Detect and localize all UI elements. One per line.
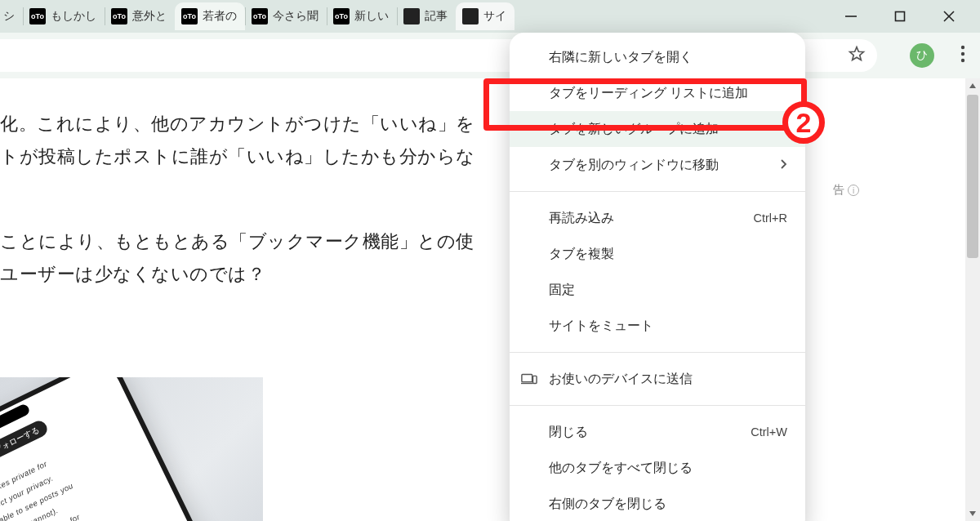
ctx-separator	[510, 405, 805, 406]
ctx-label: 右側のタブを閉じる	[549, 496, 666, 513]
profile-avatar[interactable]: ひ	[910, 43, 934, 68]
tab-strip: シ oTo もしかし oTo 意外と oTo 若者の oTo 今さら聞 oTo …	[0, 0, 980, 33]
minimize-button[interactable]	[843, 8, 859, 24]
svg-marker-4	[850, 47, 864, 60]
article-text: 化。これにより、他のアカウントがつけた「いいね」を	[0, 108, 475, 140]
ctx-label: お使いのデバイスに送信	[549, 371, 693, 388]
scrollbar-down-icon[interactable]	[965, 506, 980, 521]
browser-tab[interactable]: oTo 若者の	[175, 2, 245, 30]
favicon-icon	[403, 8, 420, 24]
ctx-label: タブを複製	[549, 246, 614, 263]
browser-tab[interactable]: シ	[0, 2, 23, 30]
tab-title: もしかし	[51, 9, 96, 24]
ctx-label: サイトをミュート	[549, 318, 653, 335]
browser-menu-icon[interactable]	[960, 45, 965, 66]
ctx-separator	[510, 352, 805, 353]
window-controls	[823, 8, 980, 24]
ctx-shortcut: Ctrl+W	[751, 425, 787, 439]
article-text: ユーザーは少なくないのでは？	[0, 258, 474, 291]
tab-title: 若者の	[203, 9, 237, 24]
browser-tab[interactable]: 記事	[397, 2, 456, 30]
ctx-shortcut: Ctrl+R	[754, 212, 788, 225]
scrollbar-thumb[interactable]	[967, 95, 978, 258]
maximize-button[interactable]	[892, 8, 908, 24]
ctx-label: 他のタブをすべて閉じる	[549, 460, 693, 477]
browser-tab[interactable]: oTo 意外と	[105, 2, 175, 30]
browser-tab[interactable]: oTo 新しい	[327, 2, 397, 30]
svg-point-6	[961, 52, 964, 56]
bookmark-star-icon[interactable]	[848, 45, 866, 66]
ctx-duplicate[interactable]: タブを複製	[510, 236, 805, 272]
chevron-right-icon	[781, 159, 787, 171]
browser-tab[interactable]: サイ	[456, 2, 514, 30]
ctx-send-to-devices[interactable]: お使いのデバイスに送信	[510, 361, 805, 397]
vertical-scrollbar[interactable]	[965, 78, 980, 521]
svg-rect-10	[522, 375, 532, 382]
ctx-close-others[interactable]: 他のタブをすべて閉じる	[510, 450, 805, 486]
tab-title: 新しい	[354, 9, 389, 24]
svg-point-7	[961, 59, 964, 62]
ctx-label: タブを新しいグループに追加	[549, 121, 719, 138]
ctx-label: タブを別のウィンドウに移動	[549, 157, 719, 174]
ctx-add-to-new-group[interactable]: タブを新しいグループに追加	[510, 111, 805, 147]
ctx-label: 再読み込み	[549, 210, 614, 227]
svg-marker-8	[969, 83, 976, 88]
tab-title: 意外と	[132, 9, 167, 24]
ctx-reload[interactable]: 再読み込み Ctrl+R	[510, 200, 805, 236]
article-image: フォローする ng ✎ X we're making Likes private…	[0, 377, 263, 521]
ctx-label: 固定	[549, 282, 575, 299]
tab-context-menu: 右隣に新しいタブを開く タブをリーディング リストに追加 タブを新しいグループに…	[510, 33, 805, 521]
ctx-close[interactable]: 閉じる Ctrl+W	[510, 414, 805, 450]
favicon-icon: oTo	[111, 8, 127, 24]
tab-title: サイ	[483, 9, 506, 24]
scrollbar-up-icon[interactable]	[965, 78, 980, 93]
ctx-pin[interactable]: 固定	[510, 272, 805, 308]
address-bar-area: ひ	[0, 33, 980, 78]
ctx-open-tab-right[interactable]: 右隣に新しいタブを開く	[510, 39, 805, 75]
article-text: ことにより、もともとある「ブックマーク機能」との使	[0, 225, 474, 258]
favicon-icon	[462, 8, 479, 24]
ctx-add-reading-list[interactable]: タブをリーディング リストに追加	[510, 75, 805, 111]
ctx-label: 閉じる	[549, 424, 588, 441]
favicon-icon: oTo	[181, 8, 198, 24]
tab-title: 今さら聞	[273, 9, 318, 24]
page-content: 化。これにより、他のアカウントがつけた「いいね」を トが投稿したポストに誰が「い…	[0, 78, 965, 521]
article-text: トが投稿したポストに誰が「いいね」したかも分からな	[0, 140, 475, 173]
favicon-icon: oTo	[29, 8, 46, 24]
phone-body-text: ng ✎ X we're making Likes private for le…	[0, 405, 193, 521]
close-button[interactable]	[941, 8, 957, 24]
ctx-separator	[510, 191, 805, 192]
tab-title: 記事	[425, 9, 448, 24]
avatar-initial: ひ	[916, 48, 928, 63]
ad-label: 告 i	[833, 183, 859, 198]
browser-tab[interactable]: oTo 今さら聞	[245, 2, 327, 30]
ctx-close-right[interactable]: 右側のタブを閉じる	[510, 486, 805, 521]
svg-rect-12	[533, 376, 537, 383]
svg-marker-9	[969, 511, 976, 516]
favicon-icon: oTo	[333, 8, 350, 24]
svg-rect-1	[896, 12, 905, 21]
ctx-label: 右隣に新しいタブを開く	[549, 49, 693, 66]
favicon-icon: oTo	[252, 8, 268, 24]
ctx-label: タブをリーディング リストに追加	[549, 85, 748, 102]
tab-title: シ	[3, 9, 15, 24]
ctx-mute-site[interactable]: サイトをミュート	[510, 308, 805, 344]
devices-icon	[521, 373, 537, 385]
browser-tab[interactable]: oTo もしかし	[23, 2, 105, 30]
tabs-container: シ oTo もしかし oTo 意外と oTo 若者の oTo 今さら聞 oTo …	[0, 0, 823, 33]
info-icon[interactable]: i	[848, 185, 859, 196]
ctx-move-to-window[interactable]: タブを別のウィンドウに移動	[510, 147, 805, 183]
svg-point-5	[961, 46, 964, 49]
